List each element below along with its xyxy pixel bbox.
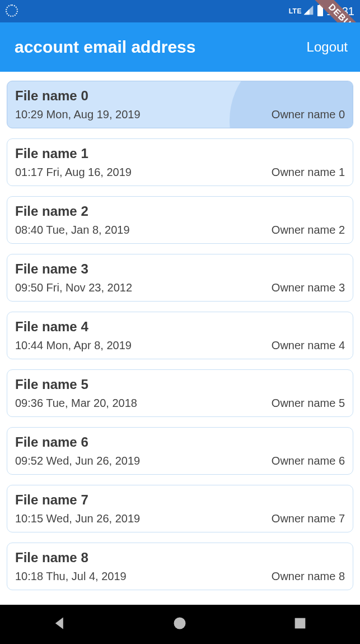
file-name: File name 5 <box>15 377 345 392</box>
file-name: File name 7 <box>15 492 345 508</box>
file-name: File name 8 <box>15 550 345 566</box>
file-card[interactable]: File name 810:18 Thu, Jul 4, 2019Owner n… <box>7 543 353 590</box>
file-meta-row: 10:29 Mon, Aug 19, 2019Owner name 0 <box>15 108 345 121</box>
svg-rect-3 <box>294 618 305 629</box>
page-title: account email address <box>15 38 195 57</box>
svg-rect-0 <box>317 5 323 16</box>
back-icon[interactable] <box>52 615 68 633</box>
file-card[interactable]: File name 101:17 Fri, Aug 16, 2019Owner … <box>7 138 353 186</box>
loading-spinner-icon <box>6 4 19 18</box>
logout-button[interactable]: Logout <box>307 39 348 55</box>
file-date: 10:44 Mon, Apr 8, 2019 <box>15 339 132 352</box>
file-card[interactable]: File name 309:50 Fri, Nov 23, 2012Owner … <box>7 254 353 302</box>
file-owner: Owner name 5 <box>272 397 345 410</box>
file-name: File name 6 <box>15 434 345 450</box>
file-owner: Owner name 8 <box>272 570 345 583</box>
file-card[interactable]: File name 609:52 Wed, Jun 26, 2019Owner … <box>7 427 353 475</box>
file-meta-row: 09:52 Wed, Jun 26, 2019Owner name 6 <box>15 455 345 467</box>
file-name: File name 1 <box>15 146 345 161</box>
file-name: File name 3 <box>15 261 345 277</box>
home-icon[interactable] <box>172 615 188 633</box>
file-owner: Owner name 3 <box>272 281 345 294</box>
file-date: 10:15 Wed, Jun 26, 2019 <box>15 512 140 525</box>
recent-apps-icon[interactable] <box>292 615 308 633</box>
battery-icon <box>316 4 324 19</box>
file-card[interactable]: File name 010:29 Mon, Aug 19, 2019Owner … <box>7 81 353 128</box>
file-name: File name 2 <box>15 203 345 219</box>
svg-point-2 <box>174 618 186 629</box>
file-list[interactable]: File name 010:29 Mon, Aug 19, 2019Owner … <box>0 72 360 605</box>
file-date: 09:50 Fri, Nov 23, 2012 <box>15 281 132 294</box>
file-meta-row: 08:40 Tue, Jan 8, 2019Owner name 2 <box>15 224 345 237</box>
signal-icon <box>303 4 314 18</box>
app-bar: account email address Logout <box>0 22 360 72</box>
network-label: LTE <box>289 7 302 15</box>
file-owner: Owner name 7 <box>272 512 345 525</box>
file-meta-row: 09:36 Tue, Mar 20, 2018Owner name 5 <box>15 397 345 410</box>
file-name: File name 0 <box>15 88 345 104</box>
file-card[interactable]: File name 208:40 Tue, Jan 8, 2019Owner n… <box>7 196 353 244</box>
file-owner: Owner name 2 <box>272 224 345 237</box>
file-date: 09:36 Tue, Mar 20, 2018 <box>15 397 137 410</box>
file-card[interactable]: File name 509:36 Tue, Mar 20, 2018Owner … <box>7 369 353 417</box>
file-date: 08:40 Tue, Jan 8, 2019 <box>15 224 130 237</box>
file-meta-row: 01:17 Fri, Aug 16, 2019Owner name 1 <box>15 166 345 179</box>
file-date: 10:18 Thu, Jul 4, 2019 <box>15 570 127 583</box>
file-date: 09:52 Wed, Jun 26, 2019 <box>15 455 140 467</box>
file-owner: Owner name 6 <box>272 455 345 467</box>
android-status-bar: LTE 11:31 <box>0 0 360 22</box>
file-card[interactable]: File name 410:44 Mon, Apr 8, 2019Owner n… <box>7 312 353 359</box>
file-owner: Owner name 0 <box>272 108 345 121</box>
file-meta-row: 10:18 Thu, Jul 4, 2019Owner name 8 <box>15 570 345 583</box>
file-meta-row: 10:15 Wed, Jun 26, 2019Owner name 7 <box>15 512 345 525</box>
file-owner: Owner name 4 <box>272 339 345 352</box>
file-date: 10:29 Mon, Aug 19, 2019 <box>15 108 141 121</box>
file-meta-row: 10:44 Mon, Apr 8, 2019Owner name 4 <box>15 339 345 352</box>
svg-rect-1 <box>319 4 321 6</box>
file-owner: Owner name 1 <box>272 166 345 179</box>
file-name: File name 4 <box>15 319 345 335</box>
file-date: 01:17 Fri, Aug 16, 2019 <box>15 166 132 179</box>
clock-time: 11:31 <box>326 5 354 18</box>
file-meta-row: 09:50 Fri, Nov 23, 2012Owner name 3 <box>15 281 345 294</box>
android-nav-bar <box>0 605 360 644</box>
file-card[interactable]: File name 710:15 Wed, Jun 26, 2019Owner … <box>7 485 353 532</box>
status-right: LTE 11:31 <box>289 4 354 19</box>
